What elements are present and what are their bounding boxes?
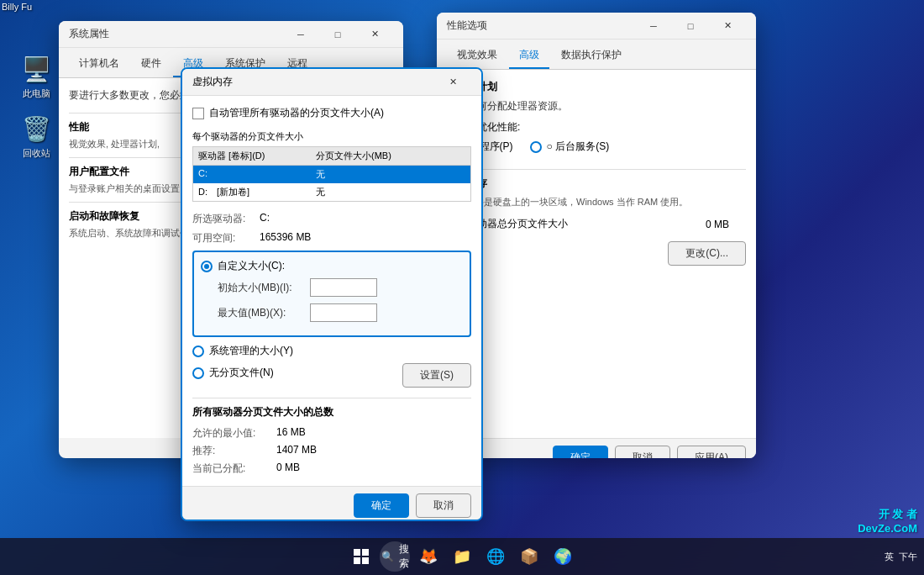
perf-cancel-button[interactable]: 取消 xyxy=(615,446,670,458)
perf-opts-titlebar: 性能选项 ─ □ ✕ xyxy=(437,13,756,40)
set-button[interactable]: 设置(S) xyxy=(402,363,471,388)
drive-c-size: 无 xyxy=(316,168,465,181)
selected-drive-row: 所选驱动器: C: xyxy=(192,212,471,226)
tab-advanced-perf[interactable]: 高级 xyxy=(509,43,549,69)
virt-mem-close-button[interactable]: ✕ xyxy=(434,69,471,96)
virt-mem-btn-row: 确定 取消 xyxy=(182,486,481,521)
free-space-value: 165396 MB xyxy=(260,231,471,245)
tab-computer-name[interactable]: 计算机名 xyxy=(69,51,129,77)
taskbar-icon-globe[interactable]: 🌍 xyxy=(548,541,578,572)
taskbar-icon-edge[interactable]: 🌐 xyxy=(480,541,511,572)
initial-size-input[interactable] xyxy=(310,278,377,297)
taskbar-icon-pet[interactable]: 🦊 xyxy=(413,541,444,572)
sys-props-titlebar: 系统属性 ─ □ ✕ xyxy=(59,21,403,48)
perf-opts-title: 性能选项 xyxy=(447,18,635,33)
watermark-line1: 开 发 者 xyxy=(858,507,917,522)
user-name: Billy Fu xyxy=(2,2,32,12)
search-icon: 🔍 xyxy=(381,551,394,562)
svg-rect-3 xyxy=(362,557,369,564)
background-radio[interactable]: ○ 后台服务(S) xyxy=(530,140,610,154)
free-space-label: 可用空间: xyxy=(192,231,260,245)
max-label: 最大值(MB)(X): xyxy=(218,306,310,320)
min-label: 允许的最小值: xyxy=(192,426,276,440)
perf-opts-content: 处理器计划 选择如何分配处理器资源。 调整以优化性能: ● 程序(P) ○ 后台… xyxy=(437,70,756,438)
current-value: 0 MB xyxy=(276,462,471,476)
this-pc-label: 此电脑 xyxy=(23,87,50,100)
svg-rect-1 xyxy=(362,549,369,556)
search-bar[interactable]: 🔍 搜索 xyxy=(380,541,410,572)
virt-mem-title: 虚拟内存 xyxy=(192,75,434,89)
taskbar-icon-folder[interactable]: 📁 xyxy=(447,541,477,572)
svg-rect-0 xyxy=(354,549,360,556)
sys-props-minimize-button[interactable]: ─ xyxy=(282,21,319,48)
perf-ok-button[interactable]: 确定 xyxy=(553,446,608,458)
sys-props-controls: ─ □ ✕ xyxy=(282,21,393,48)
sys-props-maximize-button[interactable]: □ xyxy=(319,21,356,48)
start-button[interactable] xyxy=(346,541,376,572)
tab-visual-effects[interactable]: 视觉效果 xyxy=(447,43,507,69)
drive-table: 驱动器 [卷标](D) 分页文件大小(MB) C: 无 D: [新加卷] 无 xyxy=(192,146,471,202)
tab-hardware[interactable]: 硬件 xyxy=(131,51,171,77)
per-drive-label: 每个驱动器的分页文件大小 xyxy=(192,130,471,143)
drive-c-name: C: xyxy=(198,168,316,181)
perf-opts-tabs: 视觉效果 高级 数据执行保护 xyxy=(437,40,756,70)
no-paging-label: 无分页文件(N) xyxy=(209,366,274,380)
desktop-icon-recycle[interactable]: 🗑️ 回收站 xyxy=(7,110,66,163)
sys-props-close-button[interactable]: ✕ xyxy=(356,21,393,48)
processor-desc: 选择如何分配处理器资源。 xyxy=(447,99,746,113)
this-pc-icon: 🖥️ xyxy=(21,54,51,84)
free-space-row: 可用空间: 165396 MB xyxy=(192,231,471,245)
memory-desc: 分页文件是硬盘上的一块区域，Windows 当作 RAM 使用。 xyxy=(447,196,746,208)
memory-section: 虚拟内存 xyxy=(447,177,746,191)
perf-opts-maximize-button[interactable]: □ xyxy=(672,13,709,40)
virt-mem-content: 自动管理所有驱动器的分页文件大小(A) 每个驱动器的分页文件大小 驱动器 [卷标… xyxy=(182,96,481,486)
auto-manage-label: 自动管理所有驱动器的分页文件大小(A) xyxy=(209,106,384,120)
initial-label: 初始大小(MB)(I): xyxy=(218,281,310,295)
custom-size-box: 自定义大小(C): 初始大小(MB)(I): 最大值(MB)(X): xyxy=(192,251,471,337)
perf-opts-close-button[interactable]: ✕ xyxy=(709,13,746,40)
total-section-title: 所有驱动器分页文件大小的总数 xyxy=(192,405,471,419)
taskbar-right: 英 下午 xyxy=(885,551,917,563)
processor-section: 处理器计划 xyxy=(447,80,746,94)
tab-dep[interactable]: 数据执行保护 xyxy=(551,43,632,69)
system-managed-row[interactable]: 系统管理的大小(Y) xyxy=(192,344,471,358)
auto-manage-checkbox-row[interactable]: 自动管理所有驱动器的分页文件大小(A) xyxy=(192,106,471,120)
min-stat-row: 允许的最小值: 16 MB xyxy=(192,426,471,440)
custom-radio-label: 自定义大小(C): xyxy=(218,259,285,273)
no-paging-row[interactable]: 无分页文件(N) xyxy=(192,366,274,380)
perf-apply-button[interactable]: 应用(A) xyxy=(677,446,746,458)
initial-size-row: 初始大小(MB)(I): xyxy=(201,278,463,297)
drive-row-c[interactable]: C: 无 xyxy=(193,166,470,183)
watermark-line2: DevZe.CoM xyxy=(858,522,917,535)
custom-radio-row[interactable]: 自定义大小(C): xyxy=(201,259,463,273)
adjust-label: 调整以优化性能: xyxy=(447,120,746,135)
selected-drive-value: C: xyxy=(260,212,471,226)
change-button[interactable]: 更改(C)... xyxy=(668,241,746,266)
recycle-label: 回收站 xyxy=(23,147,50,160)
virt-ok-button[interactable]: 确定 xyxy=(354,493,409,518)
recommend-value: 1407 MB xyxy=(276,444,471,458)
sys-props-title: 系统属性 xyxy=(69,27,282,41)
auto-manage-checkbox[interactable] xyxy=(192,108,204,119)
perf-opts-btn-row: 确定 取消 应用(A) xyxy=(437,438,756,458)
virt-cancel-button[interactable]: 取消 xyxy=(416,493,471,518)
max-size-input[interactable] xyxy=(310,303,377,322)
desktop-icon-this-pc[interactable]: 🖥️ 此电脑 xyxy=(7,50,66,103)
current-stat-row: 当前已分配: 0 MB xyxy=(192,462,471,476)
max-size-row: 最大值(MB)(X): xyxy=(201,303,463,322)
drive-row-d[interactable]: D: [新加卷] 无 xyxy=(193,183,470,201)
taskbar: 🔍 搜索 🦊 📁 🌐 📦 🌍 英 下午 xyxy=(0,538,924,575)
min-value: 16 MB xyxy=(276,426,471,440)
col-size-header: 分页文件大小(MB) xyxy=(316,150,465,162)
table-header: 驱动器 [卷标](D) 分页文件大小(MB) xyxy=(193,147,470,166)
taskbar-icon-store[interactable]: 📦 xyxy=(514,541,544,572)
recommend-label: 推荐: xyxy=(192,444,276,458)
custom-radio-indicator xyxy=(201,261,213,272)
perf-opts-minimize-button[interactable]: ─ xyxy=(635,13,672,40)
taskbar-time: 下午 xyxy=(899,551,917,563)
col-drive-header: 驱动器 [卷标](D) xyxy=(198,150,316,162)
drive-d-name: D: [新加卷] xyxy=(198,186,316,198)
system-managed-label: 系统管理的大小(Y) xyxy=(209,344,293,358)
recycle-icon: 🗑️ xyxy=(21,113,51,144)
virt-mem-titlebar: 虚拟内存 ✕ xyxy=(182,69,481,96)
